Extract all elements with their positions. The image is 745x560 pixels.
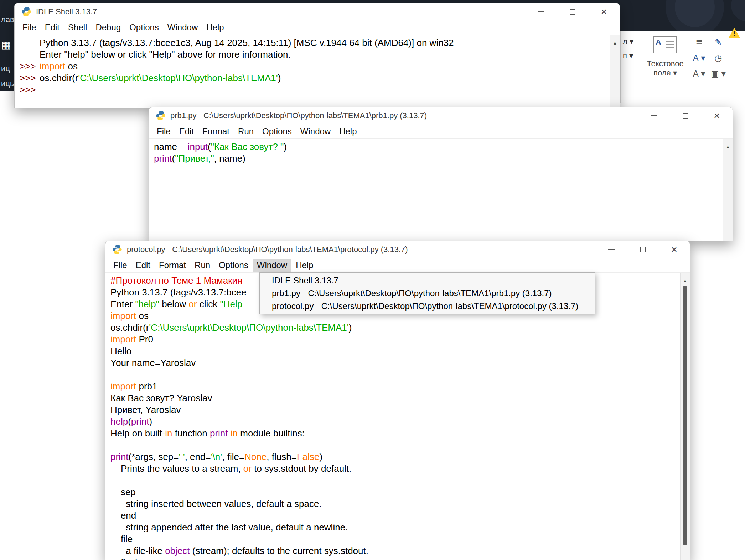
protocol-close-button[interactable]: × xyxy=(658,241,690,258)
prb1-scrollbar[interactable]: ▲ xyxy=(723,139,733,241)
prb1-editor-window: prb1.py - C:\Users\uprkt\Desktop\ПО\pyth… xyxy=(149,107,733,241)
wordart-icon[interactable]: А ▾ xyxy=(691,51,707,65)
left-strip-label-3: ицы xyxy=(1,79,16,88)
prb1-menu-6[interactable]: Help xyxy=(335,125,361,138)
prb1-maximize-button[interactable] xyxy=(670,107,701,124)
code-line: import prb1 xyxy=(110,381,678,392)
python-logo-icon xyxy=(21,6,32,17)
code-line: Prints the values to a stream, or to sys… xyxy=(110,463,678,475)
protocol-titlebar[interactable]: protocol.py - C:\Users\uprkt\Desktop\ПО\… xyxy=(105,241,690,258)
close-icon: × xyxy=(714,110,720,121)
maximize-icon xyxy=(640,247,646,252)
scroll-up-icon[interactable]: ▲ xyxy=(610,37,620,49)
prb1-menu-5[interactable]: Window xyxy=(296,125,335,138)
protocol-scrollbar[interactable]: ▲ xyxy=(680,273,690,560)
shell-content: Python 3.13.7 (tags/v3.13.7:bcee1c3, Aug… xyxy=(15,35,620,108)
scrollbar-thumb[interactable] xyxy=(683,286,687,545)
protocol-menu-6[interactable]: Help xyxy=(291,259,317,272)
word-ribbon-fragment: л ▾ п ▾ A Текстовое поле ▾ ≣ ✎ А ▾ ◷ А ▾… xyxy=(620,31,745,103)
maximize-icon xyxy=(683,113,688,119)
prb1-menu-4[interactable]: Options xyxy=(258,125,296,138)
code-line: >>> xyxy=(20,84,607,96)
code-line: a file-like object (stream); defaults to… xyxy=(110,545,678,557)
decorative-circle-icon xyxy=(666,0,724,31)
quick-parts-icon[interactable]: ≣ xyxy=(691,36,707,49)
protocol-menu-1[interactable]: Edit xyxy=(131,259,155,272)
shell-menu-0[interactable]: File xyxy=(18,21,41,34)
shell-prompt: >>> xyxy=(20,84,40,96)
code-line: >>>os.chdir(r'C:\Users\uprkt\Desktop\ПО\… xyxy=(20,72,607,84)
shell-titlebar[interactable]: IDLE Shell 3.13.7 × xyxy=(15,3,620,20)
prb1-menu-0[interactable]: File xyxy=(152,125,175,138)
prb1-code-area[interactable]: name = input("Как Вас зовут? ")print("Пр… xyxy=(149,139,733,164)
warning-triangle-icon[interactable]: ! xyxy=(728,28,740,38)
protocol-menu-5[interactable]: Window xyxy=(253,259,291,272)
prb1-menu-2[interactable]: Format xyxy=(198,125,234,138)
code-line: Enter "help" below or click "Help" above… xyxy=(20,49,607,61)
shell-menu-1[interactable]: Edit xyxy=(41,21,64,34)
object-icon[interactable]: ▣ ▾ xyxy=(710,67,726,80)
textbox-label-line2: поле ▾ xyxy=(643,68,688,78)
shell-scrollbar[interactable]: ▲ xyxy=(610,35,620,108)
shell-menu-3[interactable]: Debug xyxy=(91,21,125,34)
shell-close-button[interactable]: × xyxy=(588,3,620,20)
code-line: name = input("Как Вас зовут? ") xyxy=(154,141,720,153)
prb1-close-button[interactable]: × xyxy=(701,107,733,124)
prb1-menu-1[interactable]: Edit xyxy=(175,125,198,138)
minimize-icon xyxy=(651,115,657,116)
left-strip-label-2: иц xyxy=(1,64,10,73)
shell-prompt: >>> xyxy=(20,72,40,84)
maximize-icon xyxy=(570,9,575,15)
window-menu-item-1[interactable]: prb1.py - C:\Users\uprkt\Desktop\ПО\pyth… xyxy=(260,287,595,300)
shell-minimize-button[interactable] xyxy=(526,3,557,20)
decorative-circle-small-icon xyxy=(731,0,745,21)
shell-code-area[interactable]: Python 3.13.7 (tags/v3.13.7:bcee1c3, Aug… xyxy=(15,35,620,96)
protocol-menu-4[interactable]: Options xyxy=(214,259,253,272)
prb1-window-controls: × xyxy=(638,107,733,124)
protocol-window-controls: × xyxy=(596,241,690,258)
ribbon-mini-dropdown-1[interactable]: л ▾ xyxy=(623,37,633,46)
ribbon-mini-dropdown-2[interactable]: п ▾ xyxy=(623,51,633,61)
window-menu-item-2[interactable]: protocol.py - C:\Users\uprkt\Desktop\ПО\… xyxy=(260,300,595,313)
table-grid-icon[interactable]: ▦ xyxy=(1,39,11,51)
close-icon: × xyxy=(601,6,607,17)
protocol-maximize-button[interactable] xyxy=(627,241,658,258)
code-line: sep xyxy=(110,486,678,498)
idle-shell-window: IDLE Shell 3.13.7 × FileEditShellDebugOp… xyxy=(14,3,620,108)
prb1-menu-3[interactable]: Run xyxy=(234,125,258,138)
code-line xyxy=(110,439,678,451)
textbox-icon[interactable]: A xyxy=(653,36,677,53)
shell-menu-2[interactable]: Shell xyxy=(64,21,91,34)
prb1-window-title: prb1.py - C:\Users\uprkt\Desktop\ПО\pyth… xyxy=(170,111,427,120)
protocol-menu-0[interactable]: File xyxy=(109,259,131,272)
shell-maximize-button[interactable] xyxy=(557,3,588,20)
scroll-up-icon[interactable]: ▲ xyxy=(681,275,690,287)
protocol-code-area[interactable]: #Протокол по Теме 1 МамакинPython 3.13.7… xyxy=(105,273,690,560)
prb1-content: name = input("Как Вас зовут? ")print("Пр… xyxy=(149,139,733,241)
scroll-up-icon[interactable]: ▲ xyxy=(723,141,733,153)
code-line: file xyxy=(110,533,678,545)
signature-line-icon[interactable]: ✎ xyxy=(710,36,726,49)
code-line: print(*args, sep=' ', end='\n', file=Non… xyxy=(110,451,678,463)
shell-menu-6[interactable]: Help xyxy=(202,21,228,34)
protocol-content: #Протокол по Теме 1 МамакинPython 3.13.7… xyxy=(105,273,690,560)
code-line: flush xyxy=(110,557,678,560)
window-menu-dropdown: IDLE Shell 3.13.7prb1.py - C:\Users\uprk… xyxy=(259,272,595,314)
shell-menu-4[interactable]: Options xyxy=(125,21,163,34)
prb1-titlebar[interactable]: prb1.py - C:\Users\uprkt\Desktop\ПО\pyth… xyxy=(149,107,733,124)
python-logo-icon xyxy=(155,110,166,121)
window-menu-item-0[interactable]: IDLE Shell 3.13.7 xyxy=(260,274,595,287)
code-line: Привет, Yaroslav xyxy=(110,404,678,416)
protocol-menu-3[interactable]: Run xyxy=(190,259,214,272)
shell-window-title: IDLE Shell 3.13.7 xyxy=(36,7,97,16)
prb1-minimize-button[interactable] xyxy=(638,107,670,124)
textbox-button-label[interactable]: Текстовое поле ▾ xyxy=(643,59,688,78)
shell-menu-5[interactable]: Window xyxy=(163,21,202,34)
code-line: >>>import os xyxy=(20,61,607,72)
protocol-menu-2[interactable]: Format xyxy=(155,259,190,272)
date-time-icon[interactable]: ◷ xyxy=(710,51,726,65)
drop-cap-icon[interactable]: А ▾ xyxy=(691,67,707,80)
prb1-menubar: FileEditFormatRunOptionsWindowHelp xyxy=(149,124,733,139)
code-line: Hello xyxy=(110,345,678,357)
protocol-minimize-button[interactable] xyxy=(596,241,627,258)
